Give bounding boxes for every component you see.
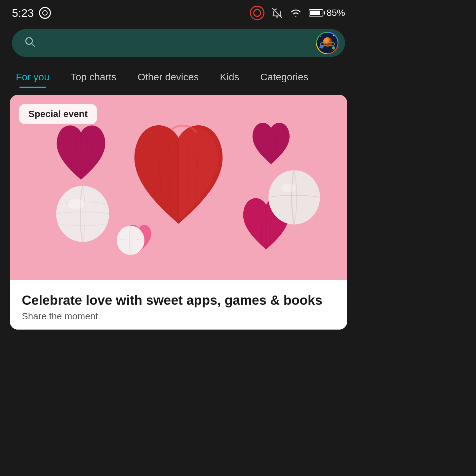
special-event-badge: Special event (19, 104, 97, 124)
main-content: Special event (0, 88, 357, 330)
svg-point-39 (268, 170, 320, 224)
banner-image: Special event (10, 95, 347, 280)
cast-icon (250, 6, 264, 20)
svg-point-38 (68, 199, 84, 209)
wifi-icon (290, 8, 302, 18)
svg-point-40 (281, 184, 296, 192)
battery-level: 85% (327, 8, 345, 18)
banner-title: Celebrate love with sweet apps, games & … (22, 292, 335, 308)
status-bar: 5:23 85% (0, 0, 357, 24)
tab-other-devices[interactable]: Other devices (127, 65, 209, 88)
tab-top-charts[interactable]: Top charts (60, 65, 127, 88)
svg-point-37 (56, 186, 109, 242)
banner-subtitle: Share the moment (22, 311, 335, 322)
tab-categories[interactable]: Categories (250, 65, 319, 88)
avatar-image (317, 33, 337, 53)
avatar[interactable] (316, 32, 338, 54)
tab-for-you[interactable]: For you (5, 65, 60, 88)
svg-line-1 (31, 43, 34, 46)
status-right: 85% (250, 6, 345, 20)
search-left (24, 36, 316, 50)
banner-text-area: Celebrate love with sweet apps, games & … (10, 280, 347, 330)
svg-point-5 (335, 46, 336, 46)
status-time: 5:23 (12, 7, 34, 20)
svg-point-41 (117, 226, 144, 255)
location-icon (39, 7, 51, 19)
svg-point-11 (320, 45, 324, 49)
battery-area: 85% (309, 8, 345, 18)
svg-point-7 (330, 51, 331, 51)
search-bar[interactable] (12, 29, 345, 57)
status-left: 5:23 (12, 7, 51, 20)
search-icon (24, 36, 36, 50)
search-container (0, 24, 357, 65)
notification-muted-icon (271, 7, 283, 19)
svg-point-4 (333, 35, 334, 36)
nav-tabs: For you Top charts Other devices Kids Ca… (0, 65, 357, 88)
battery-icon (309, 9, 323, 17)
banner-card[interactable]: Special event (10, 95, 347, 330)
svg-point-3 (320, 36, 321, 37)
tab-kids[interactable]: Kids (209, 65, 250, 88)
svg-point-12 (332, 46, 335, 50)
